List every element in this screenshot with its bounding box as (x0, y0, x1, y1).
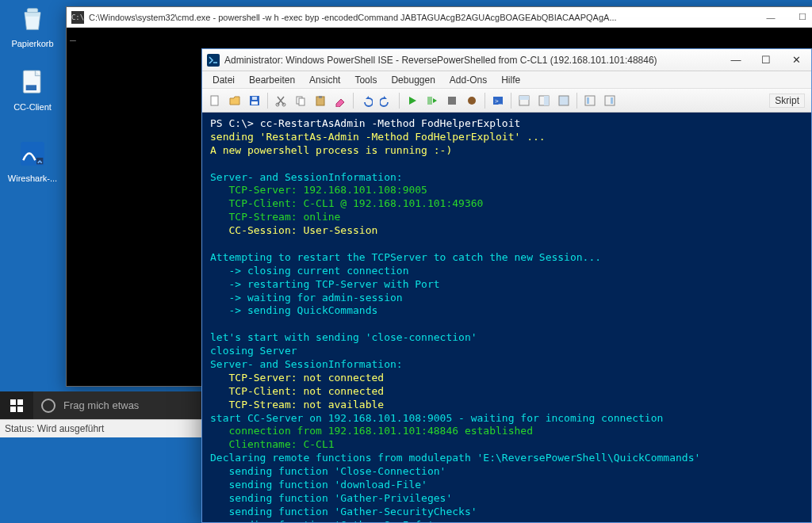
copy-icon[interactable] (291, 91, 310, 110)
svg-rect-10 (211, 96, 218, 105)
console-line: -> sending QuickCommands (210, 304, 377, 316)
console-line: Server- and SessionInformation: (210, 171, 403, 183)
powershell-ise-icon (207, 54, 220, 67)
maximize-button[interactable]: ☐ (787, 7, 812, 28)
show-command-window-icon[interactable] (600, 91, 619, 110)
desktop-icon-label: Papierkorb (5, 39, 60, 48)
cmd-icon: C:\ (71, 11, 84, 24)
svg-rect-7 (10, 407, 16, 412)
cut-icon[interactable] (271, 91, 290, 110)
new-file-icon[interactable] (205, 91, 224, 110)
ise-menubar[interactable]: Datei Bearbeiten Ansicht Tools Debuggen … (202, 71, 811, 89)
svg-rect-0 (27, 9, 37, 13)
paste-icon[interactable] (311, 91, 330, 110)
taskbar-search[interactable]: Frag mich etwas (33, 391, 202, 419)
redo-icon[interactable] (377, 91, 396, 110)
ise-title-text: Administrator: Windows PowerShell ISE - … (224, 55, 721, 66)
show-command-addon-icon[interactable] (580, 91, 599, 110)
show-script-max-icon[interactable] (554, 91, 573, 110)
recycle-bin-icon (15, 2, 50, 36)
svg-rect-28 (544, 96, 549, 105)
desktop-icon-cc-client[interactable]: CC-Client (5, 65, 60, 112)
menu-ansicht[interactable]: Ansicht (302, 73, 347, 87)
ise-titlebar[interactable]: Administrator: Windows PowerShell ISE - … (202, 49, 811, 71)
console-line: sending function 'download-File' (210, 479, 427, 491)
desktop-icon-label: Wireshark-... (5, 174, 60, 183)
menu-addons[interactable]: Add-Ons (442, 73, 494, 87)
svg-rect-12 (251, 101, 258, 105)
start-button[interactable] (0, 391, 33, 419)
console-line: TCP-Client: C-CL1 @ 192.168.101.101:4936… (210, 197, 483, 209)
status-strip: Status: Wird ausgeführt (0, 419, 202, 437)
svg-rect-32 (605, 96, 615, 105)
menu-tools[interactable]: Tools (347, 73, 384, 87)
svg-rect-31 (587, 97, 589, 104)
console-line: TCP-Client: not connected (210, 385, 384, 397)
prompt: PS C:\> (210, 117, 260, 129)
run-icon[interactable] (403, 91, 422, 110)
show-script-right-icon[interactable] (534, 91, 553, 110)
menu-datei[interactable]: Datei (205, 73, 242, 87)
clear-icon[interactable] (331, 91, 350, 110)
svg-rect-30 (585, 96, 595, 105)
svg-rect-20 (427, 97, 432, 105)
svg-rect-2 (26, 85, 36, 90)
minimize-button[interactable]: — (721, 49, 751, 71)
ise-toolbar[interactable]: >_ Skript (202, 89, 811, 113)
desktop-icon-recycle-bin[interactable]: Papierkorb (5, 2, 60, 48)
console-line: sending 'RestartAs-Admin -Method FodHelp… (210, 131, 546, 143)
console-line: TCP-Server: not connected (210, 372, 384, 384)
search-placeholder: Frag mich etwas (63, 399, 139, 411)
console-line: Clientname: C-CL1 (210, 438, 335, 450)
open-file-icon[interactable] (225, 91, 244, 110)
menu-bearbeiten[interactable]: Bearbeiten (242, 73, 302, 87)
svg-rect-13 (252, 97, 257, 100)
console-line: sending function 'Gather-Privileges' (210, 492, 452, 504)
desktop-icon-wireshark[interactable]: Wireshark-... (5, 136, 60, 183)
maximize-button[interactable]: ☐ (751, 49, 781, 71)
console-line: connection from 192.168.101.101:48846 es… (210, 425, 533, 437)
console-line: A new powershell process is running :-) (210, 144, 452, 156)
console-line: sending function 'Close-Connection' (210, 465, 446, 477)
show-script-pane-icon[interactable] (515, 91, 534, 110)
cmd-cursor: _ (70, 29, 76, 41)
svg-rect-5 (10, 399, 16, 405)
cmd-titlebar[interactable]: C:\ C:\Windows\system32\cmd.exe - powers… (67, 7, 812, 28)
stop-icon[interactable] (442, 91, 462, 110)
console-line: sending function 'Gather-SecurityChecks' (210, 506, 477, 517)
menu-debuggen[interactable]: Debuggen (384, 73, 442, 87)
minimize-button[interactable]: — (755, 7, 787, 28)
cortana-icon (41, 399, 56, 413)
desktop-icon-label: CC-Client (5, 102, 60, 112)
taskbar[interactable]: Frag mich etwas (0, 391, 202, 419)
svg-rect-21 (448, 97, 456, 105)
console-line: Attempting to restart the TCPServer to c… (210, 251, 601, 263)
console-line: sending function 'Gather-SysInfo' (210, 519, 434, 522)
close-button[interactable]: ✕ (781, 49, 811, 71)
svg-rect-6 (17, 399, 23, 405)
svg-rect-26 (519, 96, 529, 100)
console-line: TCP-Stream: online (210, 211, 340, 223)
wireshark-icon (15, 136, 50, 171)
ise-window[interactable]: Administrator: Windows PowerShell ISE - … (201, 48, 812, 523)
new-remote-tab-icon[interactable]: >_ (488, 91, 508, 110)
svg-rect-33 (611, 97, 613, 104)
svg-rect-8 (17, 407, 23, 412)
cmd-title-text: C:\Windows\system32\cmd.exe - powershell… (89, 13, 755, 22)
console-line: -> restarting TCP-Server with Port (210, 278, 440, 290)
svg-point-22 (468, 97, 476, 105)
save-icon[interactable] (245, 91, 264, 110)
breakpoint-icon[interactable] (462, 91, 481, 110)
skript-toggle[interactable]: Skript (769, 94, 805, 108)
menu-hilfe[interactable]: Hilfe (494, 73, 527, 87)
console-line: CC-Session: User-Session (210, 224, 377, 236)
run-selection-icon[interactable] (423, 91, 442, 110)
svg-text:>_: >_ (495, 97, 503, 105)
undo-icon[interactable] (357, 91, 376, 110)
console-line: TCP-Server: 192.168.101.108:9005 (210, 184, 427, 196)
console-line: closing Server (210, 345, 297, 357)
ise-console[interactable]: PS C:\> cc-RestartAsAdmin -Method FodHel… (202, 113, 811, 522)
script-file-icon (15, 65, 50, 100)
console-line: Server- and SessionInformation: (210, 358, 403, 370)
command-input: cc-RestartAsAdmin -Method FodHelperExplo… (260, 117, 521, 129)
